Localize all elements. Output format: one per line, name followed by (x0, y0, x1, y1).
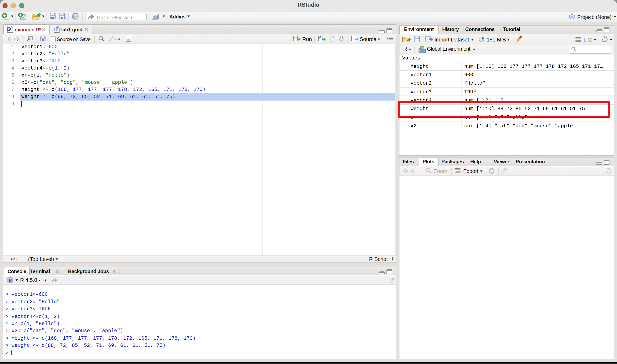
svg-text:R: R (8, 277, 12, 283)
svg-text:R: R (570, 14, 572, 17)
svg-text:R: R (8, 28, 10, 31)
